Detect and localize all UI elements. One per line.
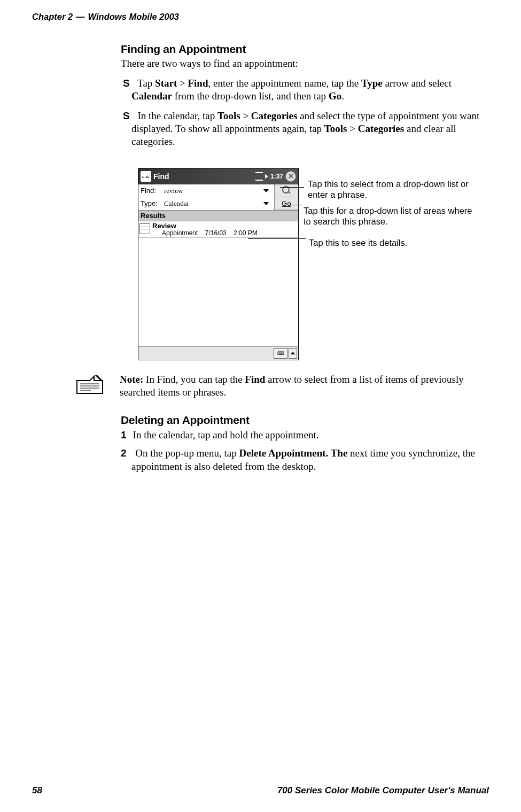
text: Tap <box>137 78 155 89</box>
deleting-appointment-heading: Deleting an Appointment <box>121 414 489 427</box>
bold: Categories <box>358 123 405 134</box>
type-dropdown-arrow-icon[interactable] <box>263 202 269 205</box>
find-dropdown-arrow-icon[interactable] <box>263 189 269 192</box>
callout-line <box>248 238 306 239</box>
text: > <box>240 110 251 121</box>
go-button[interactable]: Go <box>275 197 298 210</box>
text: In Find, you can tap the <box>143 374 245 385</box>
bold: Go <box>329 90 341 102</box>
pocket-pc-find-screen: Find 1:37 ✕ Find: review <box>138 168 299 360</box>
bold: Tools <box>324 123 347 134</box>
speaker-icon[interactable] <box>265 174 268 179</box>
chapter-label: Chapter 2 <box>32 12 73 22</box>
note-label: Note: <box>120 374 143 385</box>
input-panel-bar: ⌨ <box>138 346 298 360</box>
close-icon[interactable]: ✕ <box>285 171 296 182</box>
bullet-tools-categories: In the calendar, tap Tools > Categories … <box>131 110 489 149</box>
keyboard-icon[interactable]: ⌨ <box>274 348 287 359</box>
bold: Find <box>245 374 265 385</box>
header-title: Windows Mobile 2003 <box>88 12 179 22</box>
text: , enter the appointment name, tap the <box>208 78 361 89</box>
result-subtitle: Appointment 7/16/03 2:00 PM <box>162 229 258 237</box>
text: > <box>347 123 357 134</box>
bold: Delete Appointment. The <box>239 447 348 459</box>
window-title: Find <box>153 172 255 181</box>
step-2: On the pop-up menu, tap Delete Appointme… <box>131 447 489 473</box>
callout-line <box>280 187 304 188</box>
clock-label[interactable]: 1:37 <box>270 173 283 180</box>
type-dropdown[interactable]: Calendar <box>164 199 263 208</box>
note-text: Note: In Find, you can tap the Find arro… <box>120 373 489 399</box>
text: On the pop-up menu, tap <box>135 447 239 459</box>
bullet-find-via-start: Tap Start > Find, enter the appointment … <box>131 77 489 103</box>
bold: Type <box>361 78 383 89</box>
find-label: Find: <box>141 187 164 195</box>
results-header: Results <box>138 210 298 221</box>
note-block: Note: In Find, you can tap the Find arro… <box>75 373 489 399</box>
results-empty-area <box>138 237 298 346</box>
callout-find-field: Tap this to select from a drop-down list… <box>308 179 479 200</box>
bold: Calendar <box>131 90 172 102</box>
bold: Find <box>188 78 208 89</box>
type-row: Type: Calendar <box>138 197 274 210</box>
sip-up-arrow-icon[interactable] <box>289 348 297 359</box>
text: In the calendar, tap <box>137 110 217 121</box>
text: > <box>177 78 188 89</box>
callout-result-item: Tap this to see its details. <box>309 237 407 248</box>
text: from the drop-down list, and then tap <box>172 90 329 102</box>
find-input[interactable]: review <box>164 187 263 195</box>
search-button[interactable] <box>275 184 298 197</box>
result-title: Review <box>152 222 258 229</box>
note-icon <box>75 375 105 397</box>
running-header: Chapter 2 — Windows Mobile 2003 <box>32 12 489 22</box>
connectivity-icon[interactable] <box>255 172 263 181</box>
type-label: Type: <box>141 199 164 207</box>
bold: Tools <box>217 110 240 121</box>
start-flag-icon[interactable] <box>141 171 151 182</box>
titlebar: Find 1:37 ✕ <box>138 168 298 184</box>
text: . <box>341 90 344 102</box>
page-footer: 58 700 Series Color Mobile Computer User… <box>32 785 489 796</box>
find-row: Find: review <box>138 184 274 197</box>
finding-appointment-intro: There are two ways to find an appointmen… <box>121 58 489 69</box>
callout-line <box>287 205 302 205</box>
manual-title: 700 Series Color Mobile Computer User's … <box>277 785 489 796</box>
result-item[interactable]: Review Appointment 7/16/03 2:00 PM <box>138 221 298 237</box>
step-1: In the calendar, tap and hold the appoin… <box>131 429 489 442</box>
callout-type-field: Tap this for a drop-down list of areas w… <box>304 205 475 227</box>
bold: Categories <box>251 110 298 121</box>
finding-appointment-heading: Finding an Appointment <box>121 43 489 56</box>
bold: Start <box>155 78 177 89</box>
go-label: Go <box>282 199 291 207</box>
calendar-icon <box>139 223 150 234</box>
page-number: 58 <box>32 785 42 796</box>
header-sep: — <box>76 12 85 22</box>
device-screenshot-figure: Find 1:37 ✕ Find: review <box>121 168 489 360</box>
text: arrow and select <box>383 78 452 89</box>
